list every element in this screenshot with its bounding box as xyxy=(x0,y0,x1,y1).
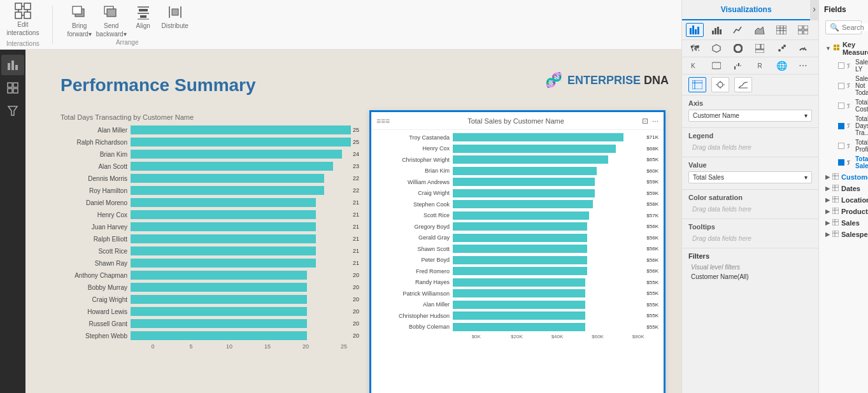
bar-label: Troy Castaneda xyxy=(376,134,453,141)
viz-icon-more[interactable]: ··· xyxy=(794,59,812,73)
viz-icon-column[interactable] xyxy=(708,23,725,37)
field-group-header-key-measures[interactable]: ▼Key Measures xyxy=(823,39,864,57)
viz-icon-treemap[interactable] xyxy=(751,41,769,55)
viz-icon-table[interactable] xyxy=(772,23,790,37)
field-group-header-locations[interactable]: ▶Locations xyxy=(823,195,864,205)
field-item-total-costs[interactable]: ∑Total Costs xyxy=(823,97,864,114)
bar-track xyxy=(453,133,644,141)
bar-label: Peter Boyd xyxy=(376,257,453,263)
field-item-total-profits[interactable]: ∑Total Profits xyxy=(823,138,864,154)
table-row: Gerald Gray$56K xyxy=(376,233,658,243)
bar-value: $59K xyxy=(646,179,658,185)
field-item-sales-not-today[interactable]: ∑Sales Not Today xyxy=(823,74,864,97)
align-button[interactable]: Align xyxy=(129,3,157,38)
field-item-sales-ly[interactable]: ∑Sales LY xyxy=(823,57,864,74)
bar-track xyxy=(453,234,644,242)
viz-icon-gauge[interactable] xyxy=(794,41,812,55)
viz-icon-line[interactable] xyxy=(729,23,747,37)
fields-search-box[interactable]: 🔍 xyxy=(825,20,862,34)
svg-rect-80 xyxy=(832,173,839,180)
field-group-header-salespeople[interactable]: ▶Salespeople xyxy=(823,229,864,239)
viz-icon-matrix[interactable] xyxy=(794,23,812,37)
table-row: Bobby Coleman$55K xyxy=(376,322,658,332)
more-options-icon[interactable]: ··· xyxy=(652,117,658,125)
bar-fill xyxy=(453,323,585,331)
format-action-button[interactable] xyxy=(711,77,729,92)
main-canvas: Performance Summary 🧬 ENTERPRISE DNA Tot… xyxy=(25,50,707,393)
sidebar-item-grid[interactable] xyxy=(1,78,24,98)
distribute-icon xyxy=(166,3,184,21)
viz-icon-map[interactable]: 🗺 xyxy=(686,41,704,55)
bar-track xyxy=(453,301,644,309)
field-item-total-days-tra[interactable]: ∑Total Days Tra... xyxy=(823,114,864,138)
axis-field[interactable]: Customer Name ▾ xyxy=(688,110,812,122)
svg-rect-0 xyxy=(15,3,22,10)
svg-rect-86 xyxy=(832,196,839,203)
expand-panel-button[interactable]: › xyxy=(810,0,818,20)
bar-fill xyxy=(453,278,585,287)
viz-icon-bar[interactable] xyxy=(686,23,704,37)
table-row: Henry Cox$68K xyxy=(376,144,658,154)
bar-label: Dennis Morris xyxy=(60,175,131,182)
x-tick: 20 xyxy=(287,343,325,350)
edit-interactions-button[interactable]: Edit interactions xyxy=(9,2,37,36)
customer-filter[interactable]: Customer Name(All) xyxy=(688,272,812,282)
viz-icon-waterfall[interactable] xyxy=(729,59,747,73)
right-chart-container[interactable]: ≡≡≡ Total Sales by Customer Name ⊡ ··· T… xyxy=(369,110,665,393)
viz-icon-scatter[interactable] xyxy=(772,41,790,55)
bar-fill xyxy=(453,289,585,297)
bar-fill xyxy=(131,319,307,328)
svg-marker-36 xyxy=(755,27,764,34)
table-row: Patrick Williamson$55K xyxy=(376,289,658,298)
bar-track xyxy=(453,200,644,208)
bar-track xyxy=(131,331,351,340)
bar-fill xyxy=(131,307,307,316)
bar-value: 21 xyxy=(353,224,363,230)
fields-action-button[interactable] xyxy=(688,77,706,92)
field-group-header-customers[interactable]: ▶Customers xyxy=(823,172,864,182)
svg-rect-15 xyxy=(140,15,146,18)
field-item-total-sales[interactable]: ∑Total Sales xyxy=(823,154,864,171)
field-group-header-products[interactable]: ▶Products xyxy=(823,206,864,217)
bar-track xyxy=(453,178,644,186)
send-backward-button[interactable]: Send backward▾ xyxy=(97,3,125,38)
viz-icon-globe[interactable]: 🌐 xyxy=(772,59,790,73)
sidebar-item-bar-chart[interactable] xyxy=(1,55,24,75)
bring-forward-label: Bring xyxy=(72,22,87,29)
bring-forward-button[interactable]: Bring forward▾ xyxy=(66,3,94,38)
fields-search-input[interactable] xyxy=(842,24,868,31)
bar-label: Craig Wright xyxy=(376,190,453,196)
analytics-action-button[interactable] xyxy=(734,77,752,92)
svg-rect-3 xyxy=(24,12,31,18)
chevron-icon: ▶ xyxy=(825,185,830,192)
viz-icon-shape[interactable] xyxy=(708,41,725,55)
viz-icon-card[interactable] xyxy=(708,59,725,73)
x-tick: $20K xyxy=(497,334,537,339)
value-title: Value xyxy=(688,161,812,169)
tooltips-title: Tooltips xyxy=(688,223,812,231)
bar-track xyxy=(131,307,351,316)
field-group-header-sales[interactable]: ▶Sales xyxy=(823,218,864,228)
bar-track xyxy=(453,222,644,231)
interactions-group: Edit interactions Interactions xyxy=(6,2,39,47)
maximize-icon[interactable]: ⊡ xyxy=(642,117,648,125)
viz-icon-area[interactable] xyxy=(751,23,769,37)
chevron-icon: ▶ xyxy=(825,231,830,238)
bar-value: 20 xyxy=(353,320,363,327)
distribute-button[interactable]: Distribute xyxy=(161,3,189,38)
sidebar-item-funnel[interactable] xyxy=(1,101,24,121)
value-field[interactable]: Total Sales ▾ xyxy=(688,171,812,183)
bar-track xyxy=(131,150,351,159)
bar-value: $56K xyxy=(646,268,658,274)
svg-rect-20 xyxy=(8,63,10,70)
field-group-header-dates[interactable]: ▶Dates xyxy=(823,183,864,194)
viz-icon-kpi[interactable]: K xyxy=(686,59,704,73)
bar-label: Roy Hamilton xyxy=(60,187,131,194)
right-bar-chart: Troy Castaneda$71KHenry Cox$68KChristoph… xyxy=(376,132,658,332)
tab-visualizations[interactable]: Visualizations xyxy=(682,0,810,20)
table-row: Russell Grant20 xyxy=(60,318,363,329)
viz-icon-custom[interactable]: R xyxy=(751,59,769,73)
field-group: ▶Customers xyxy=(823,172,864,182)
field-item-label: Total Sales xyxy=(855,155,868,169)
viz-icon-donut[interactable] xyxy=(729,41,747,55)
